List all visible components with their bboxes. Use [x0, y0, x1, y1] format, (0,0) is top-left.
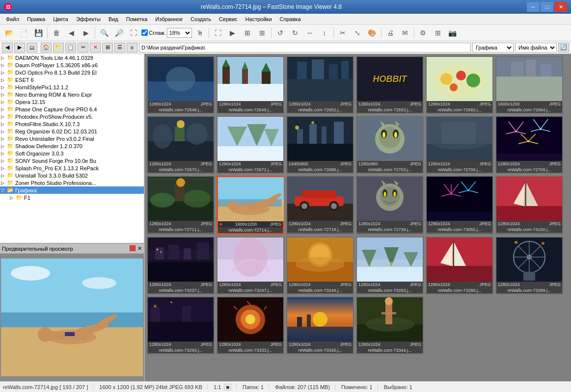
- back-button[interactable]: ◀: [2, 43, 13, 52]
- tree-item-photofiltre[interactable]: ▷ 📁 PhotoFiltre.Studio.X.10.7.3: [0, 120, 144, 128]
- thumb-73283[interactable]: 1280x1024JPEG reWalls.com-73283.j...: [356, 236, 424, 294]
- thumb-73249[interactable]: 1280x1024JPEG reWalls.com-73249.j...: [286, 236, 354, 294]
- move-button[interactable]: ✂: [78, 43, 88, 52]
- tree-item-nero[interactable]: ▷ 📁 Nero Burning ROM & Nero Expr: [0, 91, 144, 98]
- delete-nav-button[interactable]: ✕: [90, 43, 101, 52]
- expand-icon[interactable]: ▷: [1, 55, 7, 60]
- thumb-72711[interactable]: 1280x1024JPEG reWalls.com-72711.j...: [147, 176, 215, 235]
- tree-item-f1[interactable]: ▷ 📁 F1: [0, 194, 144, 201]
- expand-icon[interactable]: ▷: [1, 63, 7, 68]
- expand-icon[interactable]: ▷: [1, 166, 7, 171]
- flip-h-button[interactable]: ↔: [303, 26, 317, 40]
- menu-help[interactable]: Справка: [276, 15, 305, 23]
- thumb-72652[interactable]: 1280x1024JPEG reWalls.com-72652.j...: [286, 56, 354, 114]
- thumb-72649[interactable]: 1280x1024JPEG reWalls.com-72649.j...: [217, 56, 284, 114]
- tree-item-eset[interactable]: ▷ 📁 ESET 6: [0, 76, 144, 83]
- tree-item-dxo[interactable]: ▷ 📁 DxO Optics Pro 8.1.3 Build 229 El: [0, 69, 144, 76]
- tree-item-zoner[interactable]: ▷ 📁 Zoner Photo Studio Professiona...: [0, 179, 144, 186]
- print-button[interactable]: 🖨: [383, 26, 397, 40]
- close-button[interactable]: ✕: [554, 2, 567, 12]
- slideshow-button[interactable]: ▶: [226, 26, 240, 40]
- tree-item-reg[interactable]: ▷ 📁 Reg Organizer 6.02 DC 12.03.201: [0, 128, 144, 135]
- folder-tree[interactable]: ▷ 📁 DAEMON Tools Lite 4.46.1.0328 ▷ 📁 Da…: [0, 54, 144, 244]
- thumb-72686[interactable]: 1440x900JPEG reWalls.com-72686.j...: [286, 116, 354, 174]
- thumb-72739[interactable]: 1280x1024JPEG reWalls.com-72739.j...: [356, 176, 424, 235]
- maximize-button[interactable]: □: [541, 2, 553, 12]
- expand-icon[interactable]: ▷: [1, 70, 7, 75]
- thumb-73293[interactable]: 1280x1024JPEG reWalls.com-73293.j...: [147, 296, 215, 354]
- preview-close-button[interactable]: ✕: [137, 245, 142, 252]
- resize-button[interactable]: ⤡: [351, 26, 364, 40]
- expand-icon[interactable]: ▷: [1, 122, 7, 127]
- tree-item-hornil[interactable]: ▷ 📁 HornilStylePix1.12.1.2: [0, 83, 144, 91]
- delete-button[interactable]: 🗑: [50, 26, 63, 40]
- thumb-73150[interactable]: 1280x1024JPEG reWalls.com-73150.j...: [495, 176, 563, 235]
- rotate-left-button[interactable]: ↺: [273, 26, 287, 40]
- thumb-73237[interactable]: 1280x1024JPEG reWalls.com-73237.j...: [147, 236, 215, 294]
- tree-item-opera[interactable]: ▷ 📁 Opera 12.15: [0, 98, 144, 105]
- menu-colors[interactable]: Цвета: [49, 15, 72, 23]
- thumb-72703[interactable]: 1280x960JPEG reWalls.com-72703.j...: [356, 116, 424, 174]
- color-button[interactable]: 🎨: [365, 26, 379, 40]
- zoom-select[interactable]: 18% 25% 50% 100%: [167, 28, 192, 38]
- thumb-73289[interactable]: 1280x1024JPEG reWalls.com-73289.j...: [495, 236, 563, 294]
- expand-icon[interactable]: ▽: [1, 188, 7, 193]
- tree-item-daemon[interactable]: ▷ 📁 DAEMON Tools Lite 4.46.1.0328: [0, 54, 144, 61]
- expand-icon[interactable]: ▷: [1, 144, 7, 149]
- tree-item-daum[interactable]: ▷ 📁 Daum PotPlayer 1.5.36205 x86-x6: [0, 61, 144, 69]
- fit-button[interactable]: ⛶: [127, 26, 140, 40]
- thumb-72648[interactable]: 1280x1024JPEG reWalls.com-72648.j...: [147, 56, 215, 114]
- grid-nav-button[interactable]: ⊞: [102, 43, 113, 52]
- cursor-button[interactable]: 🖱: [193, 26, 207, 40]
- thumb-72706[interactable]: 1280x1024JPEG reWalls.com-72706.j...: [426, 116, 493, 174]
- open-file-button[interactable]: 📄: [17, 26, 30, 40]
- copy-button[interactable]: 📋: [65, 43, 76, 52]
- menu-mark[interactable]: Пометка: [122, 15, 152, 23]
- smooth-checkbox[interactable]: [141, 29, 148, 36]
- expand-icon[interactable]: ▷: [1, 85, 7, 90]
- thumb-73055[interactable]: 1280x1024JPEG reWalls.com-73055.j...: [426, 176, 493, 235]
- refresh-button[interactable]: 🔄: [558, 43, 569, 52]
- capture-button[interactable]: 📷: [446, 26, 460, 40]
- compare-button[interactable]: ⊞: [241, 26, 254, 40]
- path-bar[interactable]: D:\Мои раздачи\Графика\: [139, 43, 471, 52]
- menu-file[interactable]: Файл: [2, 15, 23, 23]
- tree-item-uninstall[interactable]: ▷ 📁 Uninstall Tool 3.3.0 Build 5302: [0, 172, 144, 179]
- list-nav-button[interactable]: ☰: [114, 43, 125, 52]
- details-nav-button[interactable]: ≡: [127, 43, 137, 52]
- up-button[interactable]: 🗂: [27, 43, 37, 52]
- expand-icon[interactable]: ▷: [1, 107, 7, 112]
- thumb-73344[interactable]: 1280x1024JPEG reWalls.com-73344.j...: [356, 296, 424, 354]
- sort-type-select[interactable]: Графика Все файлы: [472, 43, 514, 52]
- thumb-72709[interactable]: 1280x1024JPEG reWalls.com-72709.j...: [495, 116, 563, 174]
- thumb-73340[interactable]: 1280x1024JPEG reWalls.com-73340.j...: [286, 296, 354, 354]
- thumb-button[interactable]: ⊞: [255, 26, 269, 40]
- thumb-73247[interactable]: 1280x1024JPEG reWalls.com-73247.j...: [217, 236, 284, 294]
- rotate-right-button[interactable]: ↻: [288, 26, 302, 40]
- zoom-in-button[interactable]: 🔍: [97, 26, 111, 40]
- home-button[interactable]: 🏠: [41, 43, 52, 52]
- thumbnail-grid[interactable]: 1280x1024JPEG reWalls.com-72648.j...: [145, 54, 571, 381]
- expand-icon[interactable]: ▷: [1, 158, 7, 163]
- minimize-button[interactable]: ─: [527, 2, 540, 12]
- thumb-72670[interactable]: 1280x1024JPEG reWalls.com-72670.j...: [147, 116, 215, 174]
- menu-create[interactable]: Создать: [187, 15, 215, 23]
- tree-item-phaseone[interactable]: ▷ 📁 Phase One Capture One PRO 6.4: [0, 105, 144, 113]
- expand-icon[interactable]: ▷: [1, 151, 7, 156]
- tree-item-soft[interactable]: ▷ 📁 Soft Organizer 3.0.3: [0, 150, 144, 157]
- thumb-72664[interactable]: 1600x1200JPEG reWalls.com-72664.j...: [495, 56, 563, 114]
- expand-icon[interactable]: ▷: [1, 78, 7, 82]
- menu-edit[interactable]: Правка: [23, 15, 49, 23]
- thumb-72718[interactable]: 1280x1024JPEG reWalls.com-72718.j...: [286, 176, 354, 235]
- tree-item-sony[interactable]: ▷ 📁 SONY Sound Forge Pro 10.0e Bu: [0, 157, 144, 164]
- crop-button[interactable]: ✂: [336, 26, 350, 40]
- thumb-72714[interactable]: ■1600x1200JPEG reWalls.com-72714.j...: [217, 176, 284, 235]
- expand-icon[interactable]: ▷: [1, 181, 7, 185]
- expand-icon[interactable]: ▷: [1, 100, 7, 105]
- fullscreen-button[interactable]: ⛶: [211, 26, 225, 40]
- thumb-73286[interactable]: 1280x1024JPEG reWalls.com-73286.j...: [426, 236, 493, 294]
- menu-settings[interactable]: Настройки: [242, 15, 276, 23]
- thumb-72660[interactable]: 1280x1024JPEG reWalls.com-72660.j...: [426, 56, 493, 114]
- expand-icon[interactable]: ▷: [1, 114, 7, 119]
- tree-item-grafika[interactable]: ▽ 📂 Графика: [0, 186, 144, 194]
